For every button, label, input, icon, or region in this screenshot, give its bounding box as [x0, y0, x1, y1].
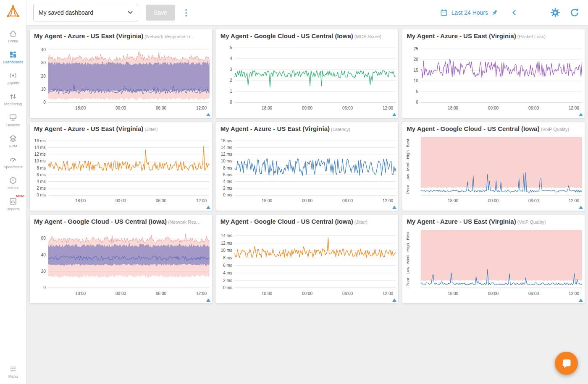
svg-text:5: 5 [230, 45, 232, 50]
chart-canvas[interactable]: PoorLowMed.HighBest18:0000:0006:0012:00 [402, 134, 585, 208]
svg-text:20: 20 [414, 57, 419, 62]
chart-canvas[interactable]: 01234518:0000:0006:0012:00 [216, 41, 399, 115]
chart-canvas[interactable]: 01020304018:0000:0006:0012:00 [30, 41, 212, 115]
sidebar-item-apm[interactable]: APM [0, 131, 26, 152]
sidebar-item-home[interactable]: Home [0, 26, 26, 47]
sidebar-item-issues[interactable]: Issues [0, 173, 26, 194]
issues-icon [9, 176, 17, 185]
svg-text:30: 30 [41, 60, 46, 65]
chart-canvas[interactable]: 0 ms2 ms4 ms6 ms8 ms10 ms12 ms14 ms16 ms… [30, 134, 212, 208]
app-root: Home Dashboards Agents Monitoring [0, 0, 588, 384]
sidebar-item-devices[interactable]: Devices [0, 110, 26, 131]
svg-text:06:00: 06:00 [342, 106, 353, 110]
svg-text:3: 3 [230, 67, 232, 72]
svg-text:16 ms: 16 ms [34, 138, 46, 143]
svg-text:20: 20 [41, 74, 46, 78]
sidebar-item-label: Dashboards [3, 60, 24, 64]
reports-icon [9, 197, 17, 206]
sidebar-item-monitoring[interactable]: Monitoring [0, 89, 26, 110]
svg-text:0 ms: 0 ms [223, 193, 232, 197]
sidebar-item-agents[interactable]: Agents [0, 68, 26, 89]
new-badge: NEW! [16, 194, 24, 198]
svg-text:Low: Low [405, 174, 410, 182]
svg-text:14 ms: 14 ms [34, 145, 46, 150]
chart-canvas[interactable]: 0 ms2 ms4 ms6 ms8 ms10 ms12 ms14 ms16 ms… [216, 134, 399, 208]
svg-text:12 ms: 12 ms [220, 152, 232, 157]
time-range-picker[interactable]: Last 24 Hours [440, 9, 498, 16]
chevron-left-icon[interactable] [511, 9, 518, 16]
chart-card: My Agent - Azure - US East (Virginia) (P… [402, 29, 585, 118]
devices-icon [9, 113, 17, 122]
chart-canvas[interactable]: PoorLowMed.HighBest18:0000:0006:0012:00 [402, 227, 585, 300]
chart-canvas[interactable]: 020406018:0000:0006:0012:00 [30, 227, 212, 300]
resize-handle-icon[interactable] [579, 298, 583, 302]
svg-text:12:00: 12:00 [569, 291, 579, 296]
svg-text:00:00: 00:00 [488, 199, 499, 203]
sidebar-item-dashboards[interactable]: Dashboards [0, 47, 26, 68]
svg-text:06:00: 06:00 [342, 199, 353, 203]
sidebar-item-menu[interactable]: Menu [0, 361, 26, 382]
chart-canvas[interactable]: 051015202518:0000:0006:0012:00 [402, 41, 585, 115]
settings-gear-icon[interactable] [550, 8, 560, 18]
chart-title: My Agent - Azure - US East (Virginia) [34, 125, 143, 132]
svg-text:2 ms: 2 ms [223, 278, 232, 283]
chart-title: My Agent - Google Cloud - US Central (Io… [407, 125, 539, 132]
sidebar-item-reports[interactable]: NEW! Reports [0, 194, 26, 215]
chart-subtitle: (Jitter) [353, 219, 368, 225]
svg-text:00:00: 00:00 [116, 291, 126, 296]
resize-handle-icon[interactable] [579, 206, 583, 209]
svg-text:40: 40 [41, 47, 46, 52]
chart-title: My Agent - Azure - US East (Virginia) [407, 218, 516, 225]
svg-text:8 ms: 8 ms [223, 256, 232, 260]
svg-text:14 ms: 14 ms [220, 233, 232, 238]
chart-canvas[interactable]: 0 ms2 ms4 ms6 ms8 ms10 ms12 ms14 ms18:00… [216, 227, 399, 300]
home-icon [9, 29, 17, 38]
svg-text:5: 5 [416, 89, 419, 94]
resize-handle-icon[interactable] [579, 113, 583, 116]
resize-handle-icon[interactable] [392, 298, 396, 302]
more-options-icon[interactable]: ⋮ [182, 8, 190, 17]
resize-handle-icon[interactable] [206, 206, 210, 209]
svg-text:18:00: 18:00 [448, 106, 458, 110]
menu-icon [9, 365, 17, 373]
dashboard-grid: My Agent - Azure - US East (Virginia) (N… [26, 25, 588, 384]
refresh-icon[interactable] [570, 8, 580, 18]
svg-text:12:00: 12:00 [569, 199, 579, 203]
svg-text:25: 25 [414, 47, 419, 51]
dashboard-select[interactable]: My saved dashboard [33, 4, 138, 21]
obkio-logo-icon [6, 4, 20, 18]
svg-text:0: 0 [43, 100, 46, 104]
svg-text:Poor: Poor [405, 185, 410, 194]
apm-icon [9, 134, 17, 143]
chart-title: My Agent - Google Cloud - US Central (Io… [220, 218, 353, 225]
chart-title: My Agent - Google Cloud - US Central (Io… [220, 32, 353, 39]
chart-subtitle: (Network Response Ti… [143, 34, 194, 39]
resize-handle-icon[interactable] [206, 298, 210, 302]
chart-title: My Agent - Azure - US East (Virginia) [407, 32, 516, 39]
app-logo[interactable] [6, 4, 20, 20]
resize-handle-icon[interactable] [392, 113, 396, 116]
sidebar-item-label: Speedtests [3, 165, 22, 169]
chart-title: My Agent - Azure - US East (Virginia) [34, 32, 143, 39]
svg-text:Poor: Poor [405, 277, 410, 287]
svg-text:10: 10 [414, 78, 419, 83]
svg-text:Low: Low [405, 266, 410, 274]
svg-text:18:00: 18:00 [75, 291, 86, 296]
svg-text:10 ms: 10 ms [34, 159, 46, 163]
chat-widget-button[interactable] [555, 352, 578, 375]
svg-text:Med.: Med. [405, 162, 410, 171]
svg-text:06:00: 06:00 [528, 291, 539, 296]
resize-handle-icon[interactable] [392, 206, 396, 209]
chart-title: My Agent - Google Cloud - US Central (Io… [34, 218, 167, 225]
svg-text:6 ms: 6 ms [37, 172, 46, 177]
svg-text:18:00: 18:00 [448, 291, 458, 296]
svg-text:06:00: 06:00 [156, 106, 166, 110]
chart-card-header: My Agent - Azure - US East (Virginia) (J… [30, 122, 212, 134]
svg-text:0: 0 [230, 100, 232, 104]
svg-text:18:00: 18:00 [75, 199, 86, 203]
resize-handle-icon[interactable] [206, 113, 210, 116]
save-button[interactable]: Save [146, 5, 175, 21]
svg-text:00:00: 00:00 [488, 106, 499, 110]
chart-card-header: My Agent - Azure - US East (Virginia) (V… [402, 215, 585, 227]
sidebar-item-speedtests[interactable]: Speedtests [0, 152, 26, 173]
